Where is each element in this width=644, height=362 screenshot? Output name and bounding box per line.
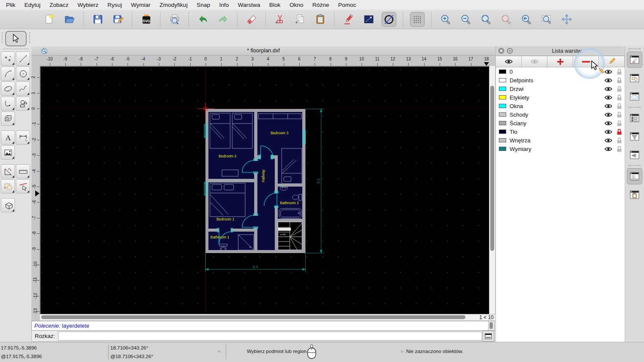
zoom-in-button[interactable] [438,12,453,27]
dock-expander-arrow[interactable] [35,190,39,196]
arc-tool-button[interactable] [1,66,15,81]
command-history-scrollbar[interactable] [488,321,494,330]
layer-lock-icon[interactable] [617,77,622,84]
menu-rysuj[interactable]: Rysuj [107,2,122,8]
erase-button[interactable] [244,12,259,27]
menu-wymiar[interactable]: Wymiar [131,2,151,8]
open-file-button[interactable] [62,12,77,27]
box3d-tool-button[interactable] [1,198,15,212]
dock-command-toggle-button[interactable] [627,168,642,184]
drawing-canvas[interactable]: Bedroom 2 Bedroom 3 Bedroom 1 Bathroom 1… [40,66,489,314]
vertical-scrollbar-thumb[interactable] [490,86,494,251]
polygon-tool-button[interactable] [16,97,30,111]
edit-layer-button[interactable] [598,56,625,67]
modify-tool-button[interactable] [16,179,30,193]
hide-all-layers-button[interactable] [521,56,547,67]
command-input[interactable] [58,332,482,341]
add-layer-button[interactable] [547,56,573,67]
vertical-scrollbar[interactable] [489,66,495,314]
redo-button[interactable] [216,12,231,27]
circle-tool-button[interactable] [382,12,396,27]
layer-row[interactable]: Ściany [496,119,625,127]
dock-speaker-toggle-button[interactable] [627,147,642,163]
layer-lock-icon[interactable] [617,68,622,75]
polyline-tool-button[interactable] [1,97,15,111]
layer-row[interactable]: Schody [496,110,625,119]
layer-visibility-eye-icon[interactable] [604,94,613,101]
layer-visibility-eye-icon[interactable] [604,129,613,135]
circle2-tool-button[interactable] [16,66,30,81]
svg-export-button[interactable]: SVG [139,12,154,27]
layer-row[interactable]: Tło [496,127,625,136]
layer-lock-icon[interactable] [617,145,622,152]
layer-visibility-eye-icon[interactable] [604,146,613,152]
print-preview-button[interactable] [167,12,182,27]
horizontal-scrollbar-thumb[interactable] [41,315,465,319]
grid-toggle-button[interactable] [410,12,425,27]
dock-pen-toggle-button[interactable] [627,51,642,68]
cut-button[interactable] [273,12,287,27]
boolean-tool-button[interactable] [1,179,15,193]
layer-visibility-eye-icon[interactable] [604,86,613,92]
layer-row[interactable]: Okna [496,102,625,110]
layer-lock-icon[interactable] [617,137,622,144]
zoom-out-button[interactable] [459,12,473,27]
dock-blocks-toggle-button[interactable] [627,70,642,86]
paste-button[interactable] [313,12,328,27]
layer-visibility-eye-icon[interactable] [604,112,613,118]
layer-lock-icon[interactable] [617,111,622,118]
measure-tool-button[interactable] [1,164,15,178]
layer-visibility-eye-icon[interactable] [604,103,613,109]
layer-lock-icon-locked[interactable] [617,128,622,135]
float-panel-button[interactable] [507,48,513,54]
layer-visibility-eye-icon[interactable] [604,137,613,144]
show-all-layers-button[interactable] [495,56,522,67]
draw-pencil-button[interactable] [341,12,356,27]
close-panel-button[interactable] [498,48,504,54]
zoom-auto-button[interactable] [479,12,493,27]
save-button[interactable] [91,12,105,27]
layer-row[interactable]: Drzwi [496,84,625,93]
keycode-mode-button[interactable] [483,331,494,341]
undo-button[interactable] [196,12,210,27]
menu-plik[interactable]: Plik [6,2,15,8]
menu-blok[interactable]: Blok [269,2,280,8]
ruler-tool-button[interactable] [16,164,30,178]
menu-wybierz[interactable]: Wybierz [78,2,99,8]
save-as-button[interactable] [111,12,125,27]
layer-row[interactable]: Wnętrza [496,136,625,145]
layer-row[interactable]: Etykiety [496,93,625,102]
copy-button[interactable] [293,12,307,27]
dock-layers-toggle-button[interactable] [627,110,642,126]
menu-info[interactable]: Info [219,2,229,8]
ellipse-tool-button[interactable] [1,81,15,96]
menu-warstwa[interactable]: Warstwa [238,2,260,8]
zoom-prev-button[interactable] [519,12,534,27]
menu-r-ne[interactable]: Różne [313,2,329,8]
menu-zmodyfikuj[interactable]: Zmodyfikuj [160,2,188,8]
zoom-window-button[interactable] [539,12,554,27]
layer-row[interactable]: 0 [496,67,625,76]
menu-snap[interactable]: Snap [197,2,210,8]
layer-lock-icon[interactable] [617,103,622,109]
horizontal-scrollbar[interactable] [40,314,469,320]
hatch-tool-button[interactable] [1,112,15,126]
dock-clipboard-toggle-button[interactable] [627,187,642,203]
text-tool-button[interactable]: A [1,130,15,145]
menu-edytuj[interactable]: Edytuj [24,2,41,8]
menu-zobacz[interactable]: Zobacz [49,2,68,8]
zoom-select-button[interactable] [499,12,513,27]
dock-library-toggle-button[interactable] [627,88,642,105]
layer-lock-icon[interactable] [617,85,622,92]
line-tool-button[interactable] [361,12,376,27]
layer-lock-icon[interactable] [617,94,622,101]
selection-arrow-button[interactable] [5,31,27,46]
dimension-tool-button[interactable] [16,130,30,145]
zoom-pan-button[interactable] [559,12,574,27]
layer-row[interactable]: Wymiary [496,145,625,153]
layer-visibility-eye-icon[interactable] [604,120,613,127]
menu-pomoc[interactable]: Pomoc [338,2,356,8]
image-tool-button[interactable] [1,145,15,160]
new-file-button[interactable] [42,12,57,27]
menu-okno[interactable]: Okno [289,2,303,8]
